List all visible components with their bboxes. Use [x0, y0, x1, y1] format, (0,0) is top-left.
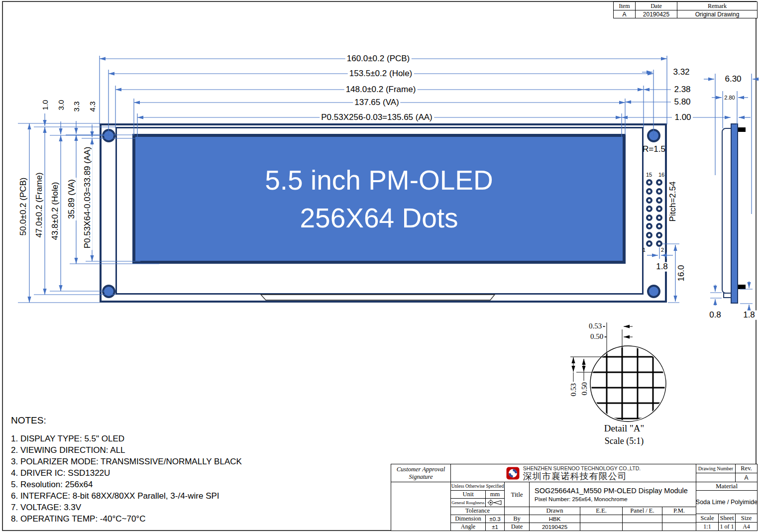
empty-cell — [504, 507, 530, 515]
roughness-symbol-cell — [485, 498, 505, 507]
detail-dim-pitch-v: 0.53 — [569, 382, 578, 398]
detail-dim-pitch-h: 0.53 — [587, 322, 603, 330]
side-connector-tab-bottom — [738, 285, 746, 289]
customer-approval-cell: Customer Approval Signature — [391, 464, 451, 482]
date-value: 20190425 — [529, 523, 580, 531]
pin-hole — [646, 188, 652, 195]
dim-frame-width: 148.0±0.2 (Frame) — [344, 85, 418, 95]
dim-frame-height: 47.0±0.2 (Frame) — [35, 171, 44, 239]
pin-hole — [646, 206, 652, 212]
rev-value: A — [735, 473, 758, 482]
detail-dim-dot-v: 0.50 — [580, 381, 589, 397]
title-content-cell: SOG25664A1_M550 PM-OLED Display Module P… — [529, 482, 696, 507]
dim-right-5-80: 5.80 — [672, 98, 692, 107]
size-value: A4 — [735, 522, 758, 531]
pin-hole — [646, 214, 652, 221]
by-label: By — [504, 515, 530, 523]
revision-date-value: 20190425 — [635, 10, 677, 18]
dim-pin-spacing: 1.8 — [654, 262, 669, 272]
note-item: 5. Resolution: 256x64 — [11, 479, 242, 490]
empty-cell — [622, 523, 662, 531]
empty-cell — [662, 523, 696, 531]
pin-hole — [656, 223, 662, 229]
by-value: HBK — [529, 515, 580, 523]
dim-pcb-width: 160.0±0.2 (PCB) — [345, 54, 412, 64]
title-label: Title — [504, 482, 530, 507]
sheet-label: Sheet — [718, 514, 736, 523]
dim-offset-4-3: 4.3 — [89, 100, 97, 113]
date-label: Date — [504, 523, 530, 531]
revision-header-remark: Remark — [677, 1, 758, 10]
dim-side-bottom-left: 0.8 — [708, 311, 723, 320]
hole-radius-label: R=1.5 — [641, 145, 667, 154]
roughness-label: General Roughness — [450, 498, 486, 507]
pin-hole — [656, 188, 662, 195]
mounting-hole-top-left — [102, 129, 115, 142]
angle-tolerance-value: ±1 — [485, 523, 505, 531]
rev-label: Rev. — [735, 464, 758, 473]
dimension-tolerance-value: ±0.3 — [485, 515, 505, 523]
customer-approval-line1: Customer Approval — [397, 466, 445, 473]
revision-header-date: Date — [635, 1, 677, 10]
pin-hole — [646, 240, 652, 247]
mounting-hole-bottom-left — [102, 285, 115, 298]
material-label: Material — [696, 482, 758, 491]
dim-right-1-00: 1.00 — [673, 113, 692, 122]
empty-cell — [580, 523, 623, 531]
pin-label-1: 1 — [642, 247, 646, 253]
unless-otherwise-label: Unless Otherwise Specified — [450, 482, 505, 491]
unit-label: Unit — [450, 490, 486, 499]
display-text-line2: 256X64 Dots — [300, 202, 458, 234]
roughness-icon — [487, 499, 503, 506]
scale-value: 1:1 — [696, 522, 719, 531]
signature-space — [391, 482, 451, 531]
note-item: 4. DRIVER IC: SSD1322U — [11, 467, 242, 479]
dimension-label: Dimension — [450, 515, 486, 523]
customer-approval-line2: Signature — [409, 473, 433, 481]
note-item: 7. VOLTAGE: 3.3V — [11, 502, 242, 513]
dim-pin-to-edge: 16.0 — [677, 263, 686, 283]
revision-header-item: Item — [613, 1, 636, 10]
dim-side-bottom-right: 1.8 — [742, 311, 757, 320]
dim-right-2-38: 2.38 — [672, 85, 692, 95]
panel-e-label: Panel / E. — [622, 507, 662, 515]
drawing-number-value — [696, 473, 736, 482]
pin-hole — [656, 232, 662, 238]
dim-hole-height: 43.8±0.2 (Hole) — [51, 180, 60, 241]
empty-cell — [622, 515, 662, 523]
revision-table: Item Date Remark A 20190425 Original Dra… — [613, 1, 758, 18]
dim-aa-height: P0.53X64-0.03=33.89 (AA) — [83, 145, 93, 250]
drawing-number-label: Drawing Number — [696, 464, 736, 473]
mounting-hole-bottom-right — [647, 285, 660, 298]
ee-label: E.E. — [580, 507, 623, 515]
pin-hole — [656, 197, 662, 204]
company-name-en: SHENZHEN SURENOO TECHNOLOGY CO.,LTD. — [523, 465, 641, 471]
pin-label-16: 16 — [658, 172, 665, 178]
pin-pitch-label: Pitch=2.54 — [668, 180, 678, 223]
pin-hole — [646, 197, 652, 204]
note-item: 2. VIEWING DIRECTION: ALL — [11, 444, 242, 456]
display-text-line1: 5.5 inch PM-OLED — [265, 164, 493, 197]
dim-va-height: 35.89 (VA) — [67, 178, 77, 220]
mounting-hole-top-right — [647, 129, 660, 142]
pin-label-15: 15 — [646, 172, 652, 178]
tolerance-label: Tolerance — [450, 507, 505, 515]
note-item: 8. OPERATING TEMP: -40°C~70°C — [11, 513, 242, 525]
dim-right-3-32: 3.32 — [671, 68, 691, 77]
dim-hole-width: 153.5±0.2 (Hole) — [348, 69, 414, 79]
pin-hole — [656, 206, 662, 212]
revision-remark-value: Original Drawing — [677, 10, 758, 18]
sheet-value: 1 of 1 — [718, 522, 736, 531]
company-name-cn: 深圳市襄诺科技有限公司 — [523, 471, 627, 481]
empty-cell — [662, 515, 696, 523]
note-item: 1. DISPLAY TYPE: 5.5" OLED — [11, 433, 242, 444]
dim-side-width: 6.30 — [723, 75, 743, 84]
empty-cell — [580, 515, 623, 523]
display-area: 5.5 inch PM-OLED 256X64 Dots — [132, 134, 626, 264]
revision-item-value: A — [613, 10, 636, 18]
drawing-subtitle: Pixel Number: 256x64, Monochrome — [535, 496, 628, 502]
title-block: Customer Approval Signature SHENZHEN SUR… — [391, 464, 758, 531]
angle-label: Angle — [450, 523, 486, 531]
size-label: Size — [735, 514, 758, 523]
dim-pcb-height: 50.0±0.2 (PCB) — [19, 176, 28, 237]
